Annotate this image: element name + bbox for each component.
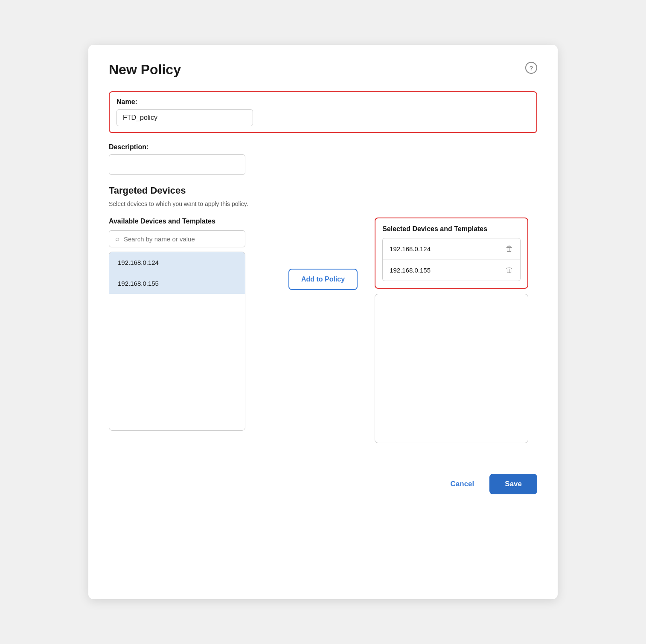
selected-item: 192.168.0.155 🗑 (383, 260, 520, 281)
selected-full-container (375, 294, 528, 443)
available-list-selected-area: 192.168.0.124 192.168.0.155 (109, 252, 245, 294)
targeted-devices-title: Targeted Devices (109, 185, 537, 196)
devices-layout: Available Devices and Templates ⌕ 192.16… (109, 218, 537, 443)
search-box: ⌕ (109, 230, 245, 247)
selected-item: 192.168.0.124 🗑 (383, 238, 520, 260)
description-label: Description: (109, 143, 537, 151)
help-icon[interactable]: ? (525, 62, 537, 74)
delete-icon[interactable]: 🗑 (506, 266, 513, 275)
selected-item-value: 192.168.0.124 (390, 245, 431, 252)
search-icon: ⌕ (115, 235, 119, 243)
selected-section: Selected Devices and Templates 192.168.0… (375, 218, 537, 443)
name-label: Name: (116, 98, 530, 106)
selected-list-inner: 192.168.0.124 🗑 192.168.0.155 🗑 (382, 238, 521, 281)
available-section: Available Devices and Templates ⌕ 192.16… (109, 218, 271, 431)
new-policy-dialog: ? New Policy Name: Description: Targeted… (88, 45, 558, 599)
name-input[interactable] (116, 109, 253, 126)
list-item[interactable]: 192.168.0.155 (109, 273, 245, 294)
available-section-label: Available Devices and Templates (109, 218, 271, 225)
add-to-policy-button[interactable]: Add to Policy (288, 269, 358, 290)
footer: Cancel Save (109, 464, 537, 494)
targeted-devices-section: Targeted Devices Select devices to which… (109, 185, 537, 443)
available-list: 192.168.0.124 192.168.0.155 (109, 252, 245, 431)
selected-panel-label: Selected Devices and Templates (382, 225, 521, 233)
cancel-button[interactable]: Cancel (442, 475, 483, 493)
description-section: Description: (109, 143, 537, 175)
delete-icon[interactable]: 🗑 (506, 244, 513, 253)
dialog-title: New Policy (109, 62, 537, 78)
targeted-devices-description: Select devices to which you want to appl… (109, 200, 537, 207)
name-section: Name: (109, 91, 537, 133)
selected-panel-outer: Selected Devices and Templates 192.168.0… (375, 218, 528, 289)
search-input[interactable] (124, 235, 239, 243)
selected-item-value: 192.168.0.155 (390, 267, 431, 274)
description-input[interactable] (109, 154, 245, 175)
list-item[interactable]: 192.168.0.124 (109, 252, 245, 273)
middle-section: Add to Policy (271, 218, 375, 290)
save-button[interactable]: Save (489, 474, 537, 494)
